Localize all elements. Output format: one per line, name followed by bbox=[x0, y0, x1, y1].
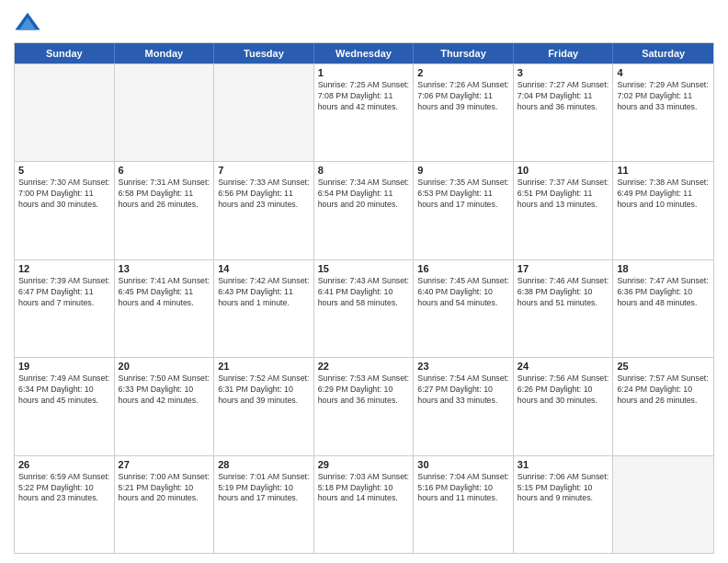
cell-content: Sunrise: 7:46 AM Sunset: 6:38 PM Dayligh… bbox=[518, 276, 609, 309]
day-number: 12 bbox=[18, 263, 110, 274]
calendar-cell: 26Sunrise: 6:59 AM Sunset: 5:22 PM Dayli… bbox=[15, 456, 115, 553]
day-number: 18 bbox=[617, 263, 710, 274]
cell-content: Sunrise: 7:35 AM Sunset: 6:53 PM Dayligh… bbox=[417, 178, 509, 211]
calendar-cell: 8Sunrise: 7:34 AM Sunset: 6:54 PM Daylig… bbox=[314, 162, 415, 259]
cell-content: Sunrise: 7:57 AM Sunset: 6:24 PM Dayligh… bbox=[617, 373, 710, 407]
day-number: 11 bbox=[617, 165, 710, 176]
cell-content: Sunrise: 7:31 AM Sunset: 6:58 PM Dayligh… bbox=[119, 178, 210, 211]
header-day: Tuesday bbox=[214, 43, 314, 63]
cell-content: Sunrise: 6:59 AM Sunset: 5:22 PM Dayligh… bbox=[18, 472, 110, 505]
cell-content: Sunrise: 7:01 AM Sunset: 5:19 PM Dayligh… bbox=[218, 472, 310, 505]
cell-content: Sunrise: 7:56 AM Sunset: 6:26 PM Dayligh… bbox=[518, 373, 609, 407]
day-number: 31 bbox=[518, 459, 609, 470]
header-day: Monday bbox=[115, 43, 215, 63]
calendar-cell bbox=[613, 456, 713, 553]
calendar-cell: 1Sunrise: 7:25 AM Sunset: 7:08 PM Daylig… bbox=[314, 64, 415, 161]
day-number: 13 bbox=[119, 263, 210, 274]
day-number: 17 bbox=[518, 263, 609, 274]
header-day: Saturday bbox=[613, 43, 713, 63]
day-number: 15 bbox=[318, 263, 410, 274]
cell-content: Sunrise: 7:41 AM Sunset: 6:45 PM Dayligh… bbox=[119, 276, 210, 309]
calendar-cell: 12Sunrise: 7:39 AM Sunset: 6:47 PM Dayli… bbox=[15, 260, 115, 357]
cell-content: Sunrise: 7:52 AM Sunset: 6:31 PM Dayligh… bbox=[218, 373, 310, 407]
day-number: 5 bbox=[18, 165, 110, 176]
calendar-cell bbox=[214, 64, 314, 161]
calendar-cell: 23Sunrise: 7:54 AM Sunset: 6:27 PM Dayli… bbox=[414, 358, 514, 454]
cell-content: Sunrise: 7:04 AM Sunset: 5:16 PM Dayligh… bbox=[417, 472, 509, 505]
header-day: Sunday bbox=[15, 43, 115, 63]
calendar-cell: 14Sunrise: 7:42 AM Sunset: 6:43 PM Dayli… bbox=[214, 260, 314, 357]
day-number: 26 bbox=[18, 459, 110, 470]
day-number: 8 bbox=[318, 165, 410, 176]
calendar-cell: 24Sunrise: 7:56 AM Sunset: 6:26 PM Dayli… bbox=[514, 358, 614, 454]
day-number: 16 bbox=[417, 263, 509, 274]
page: SundayMondayTuesdayWednesdayThursdayFrid… bbox=[0, 0, 728, 563]
calendar-cell: 2Sunrise: 7:26 AM Sunset: 7:06 PM Daylig… bbox=[414, 64, 514, 161]
day-number: 21 bbox=[218, 361, 310, 372]
day-number: 10 bbox=[518, 165, 609, 176]
day-number: 7 bbox=[218, 165, 310, 176]
header-day: Wednesday bbox=[314, 43, 415, 63]
day-number: 22 bbox=[318, 361, 410, 372]
day-number: 27 bbox=[119, 459, 210, 470]
cell-content: Sunrise: 7:47 AM Sunset: 6:36 PM Dayligh… bbox=[617, 276, 710, 309]
cell-content: Sunrise: 7:03 AM Sunset: 5:18 PM Dayligh… bbox=[318, 472, 410, 505]
cell-content: Sunrise: 7:34 AM Sunset: 6:54 PM Dayligh… bbox=[318, 178, 410, 211]
cell-content: Sunrise: 7:45 AM Sunset: 6:40 PM Dayligh… bbox=[417, 276, 509, 309]
day-number: 2 bbox=[417, 67, 509, 78]
cell-content: Sunrise: 7:42 AM Sunset: 6:43 PM Dayligh… bbox=[218, 276, 310, 309]
day-number: 25 bbox=[617, 361, 710, 372]
calendar-cell: 29Sunrise: 7:03 AM Sunset: 5:18 PM Dayli… bbox=[314, 456, 415, 553]
calendar-cell: 30Sunrise: 7:04 AM Sunset: 5:16 PM Dayli… bbox=[414, 456, 514, 553]
calendar-cell: 19Sunrise: 7:49 AM Sunset: 6:34 PM Dayli… bbox=[15, 358, 115, 454]
day-number: 4 bbox=[617, 67, 710, 78]
cell-content: Sunrise: 7:33 AM Sunset: 6:56 PM Dayligh… bbox=[218, 178, 310, 211]
logo-icon bbox=[14, 9, 41, 37]
cell-content: Sunrise: 7:27 AM Sunset: 7:04 PM Dayligh… bbox=[518, 80, 609, 113]
day-number: 28 bbox=[218, 459, 310, 470]
calendar-cell: 3Sunrise: 7:27 AM Sunset: 7:04 PM Daylig… bbox=[514, 64, 614, 161]
calendar-row: 5Sunrise: 7:30 AM Sunset: 7:00 PM Daylig… bbox=[15, 161, 713, 259]
calendar-cell: 5Sunrise: 7:30 AM Sunset: 7:00 PM Daylig… bbox=[15, 162, 115, 259]
calendar-cell: 7Sunrise: 7:33 AM Sunset: 6:56 PM Daylig… bbox=[214, 162, 314, 259]
cell-content: Sunrise: 7:00 AM Sunset: 5:21 PM Dayligh… bbox=[119, 472, 210, 505]
calendar-cell: 18Sunrise: 7:47 AM Sunset: 6:36 PM Dayli… bbox=[613, 260, 713, 357]
calendar-cell: 4Sunrise: 7:29 AM Sunset: 7:02 PM Daylig… bbox=[613, 64, 713, 161]
cell-content: Sunrise: 7:26 AM Sunset: 7:06 PM Dayligh… bbox=[417, 80, 509, 113]
header-day: Friday bbox=[514, 43, 614, 63]
logo bbox=[14, 9, 45, 37]
header bbox=[14, 9, 714, 37]
calendar-cell bbox=[115, 64, 215, 161]
cell-content: Sunrise: 7:54 AM Sunset: 6:27 PM Dayligh… bbox=[417, 373, 509, 407]
cell-content: Sunrise: 7:50 AM Sunset: 6:33 PM Dayligh… bbox=[119, 373, 210, 407]
calendar-cell: 11Sunrise: 7:38 AM Sunset: 6:49 PM Dayli… bbox=[613, 162, 713, 259]
cell-content: Sunrise: 7:30 AM Sunset: 7:00 PM Dayligh… bbox=[18, 178, 110, 211]
cell-content: Sunrise: 7:38 AM Sunset: 6:49 PM Dayligh… bbox=[617, 178, 710, 211]
calendar-cell: 10Sunrise: 7:37 AM Sunset: 6:51 PM Dayli… bbox=[514, 162, 614, 259]
day-number: 1 bbox=[318, 67, 410, 78]
day-number: 23 bbox=[417, 361, 509, 372]
cell-content: Sunrise: 7:29 AM Sunset: 7:02 PM Dayligh… bbox=[617, 80, 710, 113]
calendar-cell: 27Sunrise: 7:00 AM Sunset: 5:21 PM Dayli… bbox=[115, 456, 215, 553]
calendar-cell: 21Sunrise: 7:52 AM Sunset: 6:31 PM Dayli… bbox=[214, 358, 314, 454]
calendar-cell: 15Sunrise: 7:43 AM Sunset: 6:41 PM Dayli… bbox=[314, 260, 415, 357]
calendar-cell: 13Sunrise: 7:41 AM Sunset: 6:45 PM Dayli… bbox=[115, 260, 215, 357]
cell-content: Sunrise: 7:53 AM Sunset: 6:29 PM Dayligh… bbox=[318, 373, 410, 407]
calendar-cell: 25Sunrise: 7:57 AM Sunset: 6:24 PM Dayli… bbox=[613, 358, 713, 454]
day-number: 9 bbox=[417, 165, 509, 176]
calendar-cell: 31Sunrise: 7:06 AM Sunset: 5:15 PM Dayli… bbox=[514, 456, 614, 553]
calendar-cell bbox=[15, 64, 115, 161]
calendar-row: 1Sunrise: 7:25 AM Sunset: 7:08 PM Daylig… bbox=[15, 63, 713, 161]
calendar-row: 19Sunrise: 7:49 AM Sunset: 6:34 PM Dayli… bbox=[15, 357, 713, 454]
day-number: 24 bbox=[518, 361, 609, 372]
cell-content: Sunrise: 7:39 AM Sunset: 6:47 PM Dayligh… bbox=[18, 276, 110, 309]
header-day: Thursday bbox=[414, 43, 514, 63]
calendar-cell: 16Sunrise: 7:45 AM Sunset: 6:40 PM Dayli… bbox=[414, 260, 514, 357]
calendar-cell: 17Sunrise: 7:46 AM Sunset: 6:38 PM Dayli… bbox=[514, 260, 614, 357]
calendar: SundayMondayTuesdayWednesdayThursdayFrid… bbox=[14, 42, 714, 554]
calendar-cell: 20Sunrise: 7:50 AM Sunset: 6:33 PM Dayli… bbox=[115, 358, 215, 454]
cell-content: Sunrise: 7:37 AM Sunset: 6:51 PM Dayligh… bbox=[518, 178, 609, 211]
calendar-cell: 6Sunrise: 7:31 AM Sunset: 6:58 PM Daylig… bbox=[115, 162, 215, 259]
cell-content: Sunrise: 7:49 AM Sunset: 6:34 PM Dayligh… bbox=[18, 373, 110, 407]
cell-content: Sunrise: 7:25 AM Sunset: 7:08 PM Dayligh… bbox=[318, 80, 410, 113]
